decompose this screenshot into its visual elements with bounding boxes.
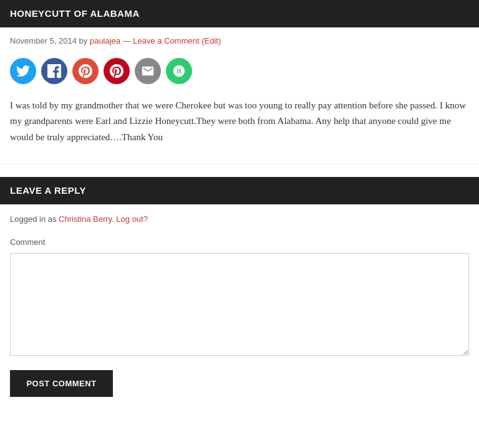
comment-textarea[interactable]: [10, 253, 469, 356]
section-divider: [0, 164, 479, 164]
pinterest-icon[interactable]: [104, 58, 130, 84]
logout-link[interactable]: Log out?: [116, 214, 148, 224]
twitter-icon[interactable]: [10, 58, 36, 84]
post-meta: November 5, 2014 by paulajea — Leave a C…: [0, 27, 479, 53]
logged-in-user-link[interactable]: Christina Berry: [59, 214, 112, 224]
post-meta-separator: —: [123, 36, 133, 45]
comment-label: Comment: [10, 236, 469, 249]
post-by: by: [79, 36, 90, 45]
google-plus-icon[interactable]: [72, 58, 99, 84]
reply-section: Logged in as Christina Berry. Log out? C…: [0, 204, 479, 409]
post-author-link[interactable]: paulajea: [90, 36, 120, 45]
subscribe-icon[interactable]: [166, 58, 192, 84]
post-content: I was told by my grandmother that we wer…: [0, 92, 479, 158]
facebook-icon[interactable]: [41, 58, 67, 84]
logged-in-text: Logged in as Christina Berry. Log out?: [10, 213, 469, 226]
leave-reply-bar: LEAVE A REPLY: [0, 177, 479, 204]
post-date: November 5, 2014: [10, 36, 77, 45]
post-title-bar: HONEYCUTT OF ALABAMA: [0, 0, 479, 27]
post-title: HONEYCUTT OF ALABAMA: [10, 6, 469, 21]
leave-comment-link[interactable]: Leave a Comment (Edit): [133, 36, 221, 45]
email-icon[interactable]: [135, 58, 161, 84]
post-comment-button[interactable]: POST COMMENT: [10, 370, 113, 397]
social-icons-row: [0, 53, 479, 92]
post-body-text: I was told by my grandmother that we wer…: [10, 98, 469, 146]
leave-reply-title: LEAVE A REPLY: [10, 183, 469, 198]
